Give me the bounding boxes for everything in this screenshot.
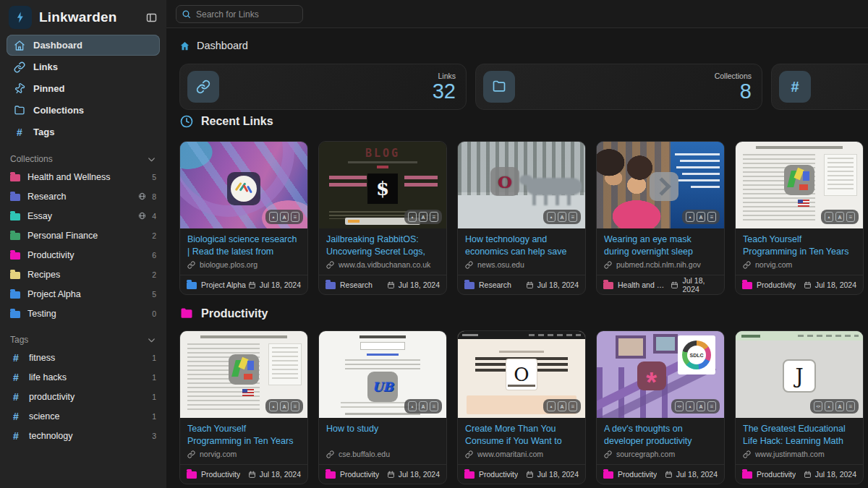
sidebar-item-collections[interactable]: Collections xyxy=(7,100,160,121)
link-icon xyxy=(187,261,195,269)
globe-icon xyxy=(138,212,146,220)
link-title[interactable]: How to study xyxy=(326,423,439,448)
link-title[interactable]: Teach Yourself Programming in Ten Years xyxy=(187,423,300,448)
link-title[interactable]: A dev's thoughts on developer productivi… xyxy=(604,423,717,448)
link-thumbnail[interactable] xyxy=(597,142,724,228)
panel-left-icon[interactable] xyxy=(145,12,158,24)
folder-icon xyxy=(483,71,515,103)
stat-value: 8 xyxy=(715,81,752,102)
folder-icon xyxy=(10,272,20,279)
folder-icon xyxy=(10,174,20,181)
link-title[interactable]: The Greatest Educational Life Hack: Lear… xyxy=(743,423,856,448)
sidebar-item-tags[interactable]: # Tags xyxy=(7,121,160,142)
format-badges xyxy=(543,210,581,224)
collection-badge[interactable]: Health and Wellness xyxy=(603,281,671,289)
site-logo: O xyxy=(490,167,519,196)
sidebar-tag-productivity[interactable]: # productivity 1 xyxy=(0,387,166,406)
collections-section-header[interactable]: Collections xyxy=(0,151,166,167)
link-card-norvig[interactable]: Teach Yourself Programming in Ten Years … xyxy=(735,141,864,295)
link-thumbnail[interactable]: O xyxy=(458,142,585,228)
collection-badge[interactable]: Productivity xyxy=(187,470,240,479)
link-card-plos[interactable]: Biological science research | Read the l… xyxy=(179,141,308,295)
link-title[interactable]: Create More Than You Consume if You Want… xyxy=(465,423,578,448)
sidebar-tag-technology[interactable]: # technology 3 xyxy=(0,426,166,445)
sidebar-collection-research[interactable]: Research 8 xyxy=(0,187,166,206)
link-thumbnail[interactable] xyxy=(736,142,863,228)
link-icon xyxy=(14,61,25,73)
collection-badge[interactable]: Project Alpha xyxy=(187,281,246,289)
nav-label: Collections xyxy=(33,105,84,116)
chevron-down-icon[interactable] xyxy=(147,155,156,164)
sidebar-collection-health-and-wellness[interactable]: Health and Wellness 5 xyxy=(0,167,166,187)
collection-badge[interactable]: Productivity xyxy=(603,470,657,479)
link-title[interactable]: Teach Yourself Programming in Ten Years xyxy=(743,234,856,258)
link-card-omaritani[interactable]: O Create More Than You Consume if You Wa… xyxy=(457,330,586,484)
stat-card-tags[interactable]: # xyxy=(771,64,868,110)
productivity-links-row: Teach Yourself Programming in Ten Years … xyxy=(179,330,864,484)
readable-badge-icon xyxy=(569,401,577,411)
collection-badge[interactable]: Research xyxy=(326,281,373,289)
collection-badge[interactable]: Research xyxy=(464,281,511,289)
link-thumbnail[interactable]: J xyxy=(736,331,863,418)
sidebar-collection-recipes[interactable]: Recipes 2 xyxy=(0,265,166,284)
pdf-badge-icon xyxy=(419,212,427,222)
link-thumbnail[interactable]: O xyxy=(458,331,585,418)
topbar xyxy=(166,0,868,28)
sidebar-collection-productivity[interactable]: Productivity 6 xyxy=(0,245,166,265)
sidebar-tag-science[interactable]: # science 1 xyxy=(0,406,166,426)
collection-badge[interactable]: Productivity xyxy=(464,470,518,479)
sidebar-item-dashboard[interactable]: Dashboard xyxy=(7,35,160,56)
stat-card-collections[interactable]: Collections 8 xyxy=(475,64,762,110)
collection-count: 0 xyxy=(150,309,156,318)
format-badges xyxy=(404,399,442,414)
breadcrumb: Dashboard xyxy=(179,40,248,51)
link-icon xyxy=(326,261,334,269)
sidebar-nav: Dashboard Links Pinned Collections # Tag… xyxy=(0,33,166,142)
sidebar-item-links[interactable]: Links xyxy=(7,56,160,77)
sidebar-collection-essay[interactable]: Essay 4 xyxy=(0,206,166,226)
collection-badge[interactable]: Productivity xyxy=(326,470,379,479)
calendar-icon xyxy=(665,471,673,479)
link-title[interactable]: How technology and economics can help sa… xyxy=(465,234,578,258)
sidebar-tag-fitness[interactable]: # fitness 1 xyxy=(0,348,166,367)
link-thumbnail[interactable] xyxy=(180,142,307,228)
link-card-justinmath[interactable]: J The Greatest Educational Life Hack: Le… xyxy=(735,330,864,484)
link-date: Jul 18, 2024 xyxy=(665,470,718,479)
folder-icon xyxy=(10,213,20,221)
chevron-down-icon[interactable] xyxy=(147,335,156,345)
readable-badge-icon xyxy=(569,212,577,222)
link-card-pubmed[interactable]: Wearing an eye mask during overnight sle… xyxy=(596,141,725,295)
link-title[interactable]: Wearing an eye mask during overnight sle… xyxy=(604,234,717,258)
link-url: biologue.plos.org xyxy=(187,260,300,269)
collection-badge[interactable]: Productivity xyxy=(742,470,796,479)
link-icon xyxy=(465,261,473,269)
sidebar-collection-testing[interactable]: Testing 0 xyxy=(0,304,166,323)
link-card-norvig-2[interactable]: Teach Yourself Programming in Ten Years … xyxy=(179,330,308,484)
link-card-sourcegraph[interactable]: * SDLC A dev's thoughts on developer pro… xyxy=(596,330,725,484)
link-card-osu[interactable]: O How technology and economics can help … xyxy=(457,141,586,295)
tag-count: 1 xyxy=(150,373,156,382)
sidebar-tag-life-hacks[interactable]: # life hacks 1 xyxy=(0,367,166,387)
tag-count: 1 xyxy=(150,393,156,401)
sidebar-collection-personal-finance[interactable]: Personal Finance 2 xyxy=(0,226,166,245)
collection-badge[interactable]: Productivity xyxy=(742,281,796,289)
link-thumbnail[interactable]: UB xyxy=(319,331,446,418)
link-thumbnail[interactable]: BLOG $ xyxy=(319,142,446,228)
link-thumbnail[interactable] xyxy=(180,331,307,418)
sidebar-collection-project-alpha[interactable]: Project Alpha 5 xyxy=(0,284,166,304)
sidebar-item-pinned[interactable]: Pinned xyxy=(7,78,160,99)
stat-card-links[interactable]: Links 32 xyxy=(179,64,467,110)
link-card-buffalo[interactable]: UB How to study cse.buffalo.edu Prod xyxy=(318,330,447,484)
readable-badge-icon xyxy=(430,401,438,411)
link-title[interactable]: Jailbreaking RabbitOS: Uncovering Secret… xyxy=(326,234,439,258)
pdf-badge-icon xyxy=(280,212,289,222)
link-icon xyxy=(743,261,751,269)
link-thumbnail[interactable]: * SDLC xyxy=(597,331,724,418)
readable-badge-icon xyxy=(707,212,716,222)
link-card-rabbitos[interactable]: BLOG $ Jailbreaking RabbitOS: Uncovering… xyxy=(318,141,447,295)
search-input[interactable] xyxy=(176,6,302,22)
tags-section-header[interactable]: Tags xyxy=(0,332,166,348)
link-title[interactable]: Biological science research | Read the l… xyxy=(187,234,300,258)
site-logo xyxy=(227,172,260,205)
link-date: Jul 18, 2024 xyxy=(671,276,718,294)
